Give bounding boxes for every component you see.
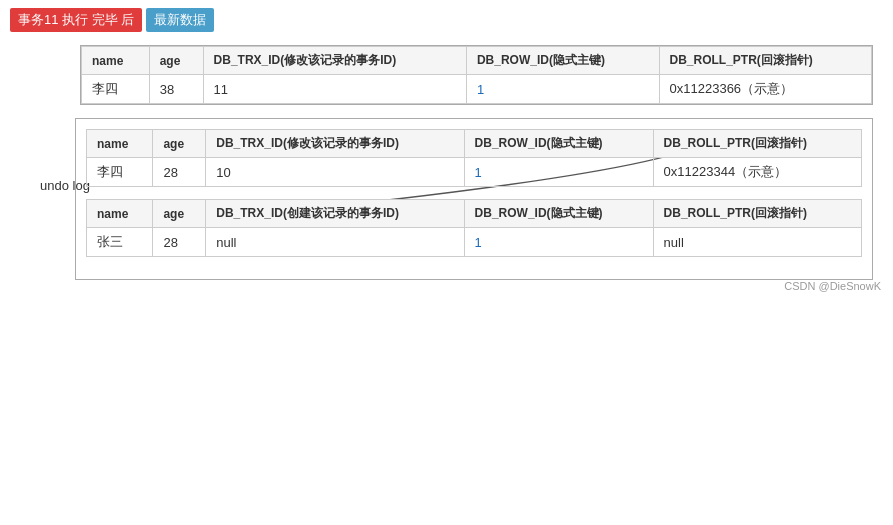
ut2-rollptr: null	[653, 228, 861, 257]
ut1-age: 28	[153, 158, 206, 187]
ut2-rowid: 1	[464, 228, 653, 257]
col-rollptr-1: DB_ROLL_PTR(回滚指针)	[659, 47, 871, 75]
watermark: CSDN @DieSnowK	[784, 280, 881, 292]
ut1-trxid: 10	[206, 158, 464, 187]
main-content: name age DB_TRX_ID(修改该记录的事务ID) DB_ROW_ID…	[0, 45, 893, 300]
undo-table2-row: 张三 28 null 1 null	[87, 228, 862, 257]
col-trxid-1: DB_TRX_ID(修改该记录的事务ID)	[203, 47, 466, 75]
undo-table1-row: 李四 28 10 1 0x11223344（示意）	[87, 158, 862, 187]
latest-table-row: 李四 38 11 1 0x11223366（示意）	[82, 75, 872, 104]
ut1-col-rowid: DB_ROW_ID(隐式主键)	[464, 130, 653, 158]
ut2-name: 张三	[87, 228, 153, 257]
ut1-col-name: name	[87, 130, 153, 158]
ut1-col-trxid: DB_TRX_ID(修改该记录的事务ID)	[206, 130, 464, 158]
undo-log-section: name age DB_TRX_ID(修改该记录的事务ID) DB_ROW_ID…	[75, 118, 873, 280]
undo-log-area: undo log name age DB_TRX_ID(修改该记录的事务ID) …	[20, 118, 873, 280]
ut2-col-name: name	[87, 200, 153, 228]
latest-name: 李四	[82, 75, 150, 104]
undo-table1-wrapper: name age DB_TRX_ID(修改该记录的事务ID) DB_ROW_ID…	[86, 129, 862, 187]
undo-table1: name age DB_TRX_ID(修改该记录的事务ID) DB_ROW_ID…	[86, 129, 862, 187]
latest-table-header: name age DB_TRX_ID(修改该记录的事务ID) DB_ROW_ID…	[82, 47, 872, 75]
undo-table2-wrapper: name age DB_TRX_ID(创建该记录的事务ID) DB_ROW_ID…	[86, 199, 862, 257]
latest-trxid: 11	[203, 75, 466, 104]
undo-table1-header: name age DB_TRX_ID(修改该记录的事务ID) DB_ROW_ID…	[87, 130, 862, 158]
ut1-col-rollptr: DB_ROLL_PTR(回滚指针)	[653, 130, 861, 158]
latest-rowid: 1	[466, 75, 659, 104]
ut1-col-age: age	[153, 130, 206, 158]
col-age-1: age	[149, 47, 203, 75]
ut2-col-age: age	[153, 200, 206, 228]
ut2-trxid: null	[206, 228, 464, 257]
ut2-age: 28	[153, 228, 206, 257]
latest-data-section: name age DB_TRX_ID(修改该记录的事务ID) DB_ROW_ID…	[20, 45, 873, 108]
latest-table: name age DB_TRX_ID(修改该记录的事务ID) DB_ROW_ID…	[81, 46, 872, 104]
undo-table2-header: name age DB_TRX_ID(创建该记录的事务ID) DB_ROW_ID…	[87, 200, 862, 228]
ut2-col-trxid: DB_TRX_ID(创建该记录的事务ID)	[206, 200, 464, 228]
ut1-rowid: 1	[464, 158, 653, 187]
badge-transaction: 事务11 执行 完毕 后	[10, 8, 142, 32]
ut2-col-rowid: DB_ROW_ID(隐式主键)	[464, 200, 653, 228]
badge-latest-data: 最新数据	[146, 8, 214, 32]
latest-age: 38	[149, 75, 203, 104]
ut1-name: 李四	[87, 158, 153, 187]
latest-table-wrapper: name age DB_TRX_ID(修改该记录的事务ID) DB_ROW_ID…	[80, 45, 873, 105]
ut1-rollptr: 0x11223344（示意）	[653, 158, 861, 187]
col-rowid-1: DB_ROW_ID(隐式主键)	[466, 47, 659, 75]
top-bar: 事务11 执行 完毕 后 最新数据	[0, 0, 893, 40]
latest-rollptr: 0x11223366（示意）	[659, 75, 871, 104]
undo-table2: name age DB_TRX_ID(创建该记录的事务ID) DB_ROW_ID…	[86, 199, 862, 257]
col-name-1: name	[82, 47, 150, 75]
ut2-col-rollptr: DB_ROLL_PTR(回滚指针)	[653, 200, 861, 228]
